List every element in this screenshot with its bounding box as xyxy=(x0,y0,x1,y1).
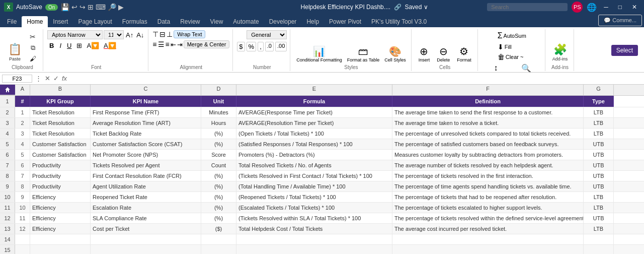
cell-group[interactable] xyxy=(30,234,91,244)
cell-formula[interactable]: (Reopened Tickets / Total Tickets) * 100 xyxy=(236,192,392,202)
cell-formula[interactable]: (Escalated Tickets / Total Tickets) * 10… xyxy=(236,203,392,213)
align-top-icon[interactable]: ⊤ xyxy=(152,30,158,38)
delete-button[interactable]: ⊖ Delete xyxy=(434,44,453,64)
cell-type[interactable]: LTB xyxy=(584,118,614,128)
cell-definition[interactable]: The percentage of time agents spend hand… xyxy=(392,181,584,192)
cell-type[interactable]: UTB xyxy=(584,213,614,223)
cell-type[interactable]: UTB xyxy=(584,139,614,149)
decrease-font-icon[interactable]: A↓ xyxy=(135,31,145,39)
sort-filter-button[interactable]: ↕ Sort & Filter xyxy=(482,62,510,73)
cell-definition[interactable]: The average time taken to resolve a tick… xyxy=(392,118,584,128)
cell-formula[interactable]: (Satisfied Responses / Total Responses) … xyxy=(236,139,392,149)
cell-formula[interactable] xyxy=(236,234,392,244)
addins-button[interactable]: 🧩 Add-ins xyxy=(549,41,571,64)
cell-group[interactable]: Productivity xyxy=(30,171,91,181)
cell-type[interactable]: LTB xyxy=(584,129,614,139)
table-row[interactable]: 14 xyxy=(0,234,644,245)
percent-button[interactable]: % xyxy=(247,42,257,51)
confirm-formula-icon[interactable]: ✓ xyxy=(52,75,60,82)
tab-formulas[interactable]: Formulas xyxy=(117,16,152,27)
cell-formula[interactable]: Total Helpdesk Cost / Total Tickets xyxy=(236,224,392,234)
cell-name[interactable]: Ticket Backlog Rate xyxy=(91,129,201,139)
decrease-decimal-button[interactable]: .0 xyxy=(265,42,274,51)
increase-font-icon[interactable]: A↑ xyxy=(125,31,134,39)
cell-definition[interactable]: The percentage of tickets resolved in th… xyxy=(392,171,584,181)
cell-num[interactable]: 5 xyxy=(15,150,30,160)
cell-group[interactable]: Customer Satisfaction xyxy=(30,139,91,149)
cell-num[interactable]: 1 xyxy=(15,107,30,117)
table-row[interactable]: 5 4 Customer Satisfaction Customer Satis… xyxy=(0,139,644,150)
cell-num[interactable]: 8 xyxy=(15,181,30,192)
autosum-button[interactable]: Σ AutoSum xyxy=(496,30,528,41)
header-cell-unit[interactable]: Unit xyxy=(201,96,236,107)
cell-type[interactable]: LTB xyxy=(584,203,614,213)
cell-num[interactable]: 7 xyxy=(15,171,30,181)
cell-definition[interactable] xyxy=(392,245,584,254)
tab-automate[interactable]: Automate xyxy=(228,16,264,27)
cell-name[interactable] xyxy=(91,234,201,244)
table-row[interactable]: 13 12 Efficiency Cost per Ticket ($) Tot… xyxy=(0,224,644,234)
col-header-f[interactable]: F xyxy=(392,85,584,95)
cell-styles-button[interactable]: 🎨 Cell Styles xyxy=(382,44,408,64)
table-row[interactable]: 8 7 Productivity First Contact Resolutio… xyxy=(0,171,644,181)
cell-group[interactable]: Efficiency xyxy=(30,213,91,223)
cell-group[interactable]: Ticket Resolution xyxy=(30,118,91,128)
cell-unit[interactable]: Count xyxy=(201,160,236,170)
italic-button[interactable]: I xyxy=(57,41,63,50)
cell-num[interactable] xyxy=(15,234,30,244)
cell-num[interactable]: 10 xyxy=(15,203,30,213)
paste-button[interactable]: 📋 Paste xyxy=(5,41,25,64)
merge-center-button[interactable]: Merge & Center xyxy=(184,40,230,48)
cell-name[interactable]: First Contact Resolution Rate (FCR) xyxy=(91,171,201,181)
tab-review[interactable]: Review xyxy=(175,16,205,27)
comment-button[interactable]: 💬 Comme... xyxy=(598,15,642,26)
cell-definition[interactable]: The percentage of tickets that had to be… xyxy=(392,192,584,202)
cell-definition[interactable]: Measures customer loyalty by subtracting… xyxy=(392,150,584,160)
align-middle-icon[interactable]: ⊟ xyxy=(159,30,166,38)
cell-group[interactable]: Ticket Resolution xyxy=(30,129,91,139)
header-cell-type[interactable]: Type xyxy=(584,96,614,107)
autosave-toggle[interactable]: On xyxy=(45,4,58,11)
font-color-button[interactable]: A🔽 xyxy=(102,41,118,50)
copy-button[interactable]: ⧉ xyxy=(26,43,40,53)
cell-name[interactable]: Customer Satisfaction Score (CSAT) xyxy=(91,139,201,149)
increase-decimal-button[interactable]: .00 xyxy=(275,42,287,51)
cell-name[interactable] xyxy=(91,245,201,254)
cell-formula[interactable]: AVERAGE(Resolution Time per Ticket) xyxy=(236,118,392,128)
table-row[interactable]: 9 8 Productivity Agent Utilization Rate … xyxy=(0,181,644,192)
table-row[interactable]: 3 2 Ticket Resolution Average Resolution… xyxy=(0,118,644,129)
format-painter-button[interactable]: 🖌 xyxy=(26,54,40,64)
find-select-button[interactable]: 🔍 Find & Select xyxy=(511,62,542,73)
cell-type[interactable]: LTB xyxy=(584,224,614,234)
cell-unit[interactable]: (%) xyxy=(201,192,236,202)
cell-group[interactable]: Productivity xyxy=(30,181,91,192)
cancel-formula-icon[interactable]: ✕ xyxy=(44,75,51,82)
cell-num[interactable] xyxy=(15,245,30,254)
conditional-formatting-button[interactable]: 📊 Conditional Formatting xyxy=(294,44,344,64)
tab-developer[interactable]: Developer xyxy=(264,16,302,27)
underline-button[interactable]: U xyxy=(65,41,73,50)
col-header-a[interactable]: A xyxy=(15,85,30,95)
tab-help[interactable]: Help xyxy=(301,16,324,27)
cell-unit[interactable]: (%) xyxy=(201,171,236,181)
cell-unit[interactable]: Minutes xyxy=(201,107,236,117)
cell-type[interactable]: UTB xyxy=(584,160,614,170)
cell-name[interactable]: SLA Compliance Rate xyxy=(91,213,201,223)
cell-group[interactable]: Efficiency xyxy=(30,224,91,234)
table-row[interactable]: 11 10 Efficiency Escalation Rate (%) (Es… xyxy=(0,203,644,213)
align-bottom-icon[interactable]: ⊥ xyxy=(167,30,173,38)
cell-formula[interactable]: (Total Handling Time / Available Time) *… xyxy=(236,181,392,192)
decrease-indent-icon[interactable]: ⇤ xyxy=(171,41,176,48)
cell-type[interactable]: LTB xyxy=(584,107,614,117)
minimize-btn[interactable]: ─ xyxy=(601,4,611,11)
cell-unit[interactable]: (%) xyxy=(201,181,236,192)
cell-name[interactable]: Cost per Ticket xyxy=(91,224,201,234)
maximize-btn[interactable]: □ xyxy=(615,4,625,11)
cell-name[interactable]: Reopened Ticket Rate xyxy=(91,192,201,202)
cell-formula[interactable] xyxy=(236,245,392,254)
cell-name[interactable]: Agent Utilization Rate xyxy=(91,181,201,192)
cell-definition[interactable]: The average number of tickets resolved b… xyxy=(392,160,584,170)
cell-unit[interactable]: (%) xyxy=(201,213,236,223)
cell-formula[interactable]: Promoters (%) - Detractors (%) xyxy=(236,150,392,160)
cell-num[interactable]: 4 xyxy=(15,139,30,149)
